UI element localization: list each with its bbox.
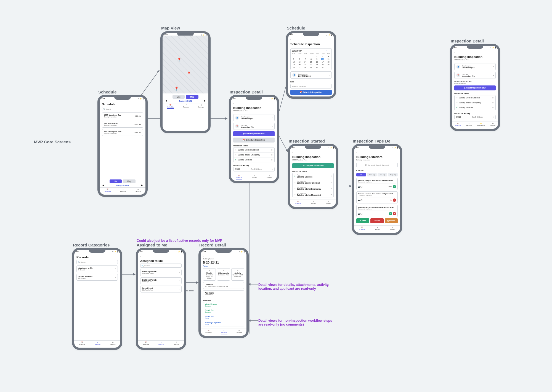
back-icon[interactable]: ‹ bbox=[203, 255, 244, 257]
applicant-card[interactable]: ApplicantJose Peralta bbox=[203, 290, 244, 297]
inspection-type-row[interactable]: ○ Building Exterior Electrical ⊕ bbox=[233, 147, 275, 152]
due-date-card[interactable]: 📅Due DateNovember 7th› bbox=[454, 72, 496, 79]
tab-schedule[interactable]: 📅Schedule bbox=[295, 201, 301, 205]
schedule-item[interactable]: 912 Kerrington AveBuilding Inspection 10… bbox=[102, 129, 143, 136]
tab-schedule[interactable]: 📅Schedule bbox=[167, 104, 174, 109]
tab-schedule[interactable]: 📅Schedule bbox=[455, 123, 461, 127]
note-input[interactable]: Notes for inspection bbox=[290, 84, 332, 88]
calendar[interactable]: July 2020 › ‹ › SUNMONTUEWEDTHUFRISAT 12… bbox=[290, 48, 332, 70]
record-item[interactable]: Building Permit1234 Main Street› bbox=[140, 269, 182, 276]
tab-records[interactable]: ✓Records bbox=[94, 342, 101, 346]
detail-tile[interactable]: ▭DetailsSubmitted 4/1/21 @ 3:05pm bbox=[203, 268, 216, 281]
back-icon[interactable]: ‹ bbox=[290, 38, 332, 41]
filter-button[interactable]: Skip (0) bbox=[388, 173, 398, 176]
pass-button[interactable]: ✓ Pass bbox=[356, 218, 369, 223]
tab-records[interactable]: ✓Records bbox=[466, 123, 472, 127]
history-row[interactable]: 8/9/20Geoff Bridges› bbox=[454, 115, 496, 119]
inspection-type-row[interactable]: ○ Building Interior Emergency ⊕ bbox=[454, 100, 496, 105]
month-nav[interactable]: ‹ › bbox=[326, 50, 330, 52]
tab-records[interactable]: ✓Records bbox=[158, 342, 165, 346]
checklist-item[interactable]: Adequate access and clearance around pan… bbox=[356, 205, 398, 217]
schedule-item[interactable]: 1553 Marathon AveBuilding Inspection 8:0… bbox=[102, 112, 143, 119]
tab-schedule[interactable]: 📅Schedule bbox=[79, 342, 85, 346]
record-item[interactable]: Building Permit552 Maple Ave› bbox=[140, 277, 182, 284]
tab-records[interactable]: ✓Records bbox=[221, 330, 227, 334]
fail-button[interactable]: ✕ Fail bbox=[370, 218, 383, 223]
inspection-type-row[interactable]: ● PassBuilding Exteriors › bbox=[292, 173, 334, 179]
due-date-card[interactable]: 📅 Due DateNovember 7th › bbox=[233, 123, 275, 130]
tab-schedule[interactable]: 📅Schedule bbox=[205, 330, 212, 334]
schedule-inspection-button[interactable]: 📅 Schedule Inspection bbox=[233, 138, 275, 143]
back-icon[interactable]: ‹ bbox=[454, 51, 496, 53]
inspection-type-row[interactable]: ○ Not InspectedBuilding Exterior Electri… bbox=[292, 179, 334, 185]
workflow-step[interactable]: Permit FeeComplete › bbox=[203, 308, 244, 314]
tab-records[interactable]: ✓Records bbox=[183, 104, 189, 109]
map-button[interactable]: Map bbox=[186, 95, 198, 99]
back-icon[interactable]: ‹ bbox=[233, 102, 275, 104]
tab-records[interactable]: ✓Records bbox=[375, 227, 380, 231]
map-pin-icon[interactable]: 📍 bbox=[187, 71, 191, 76]
tab-settings[interactable]: ⚙Settings bbox=[267, 175, 272, 179]
prev-day-icon[interactable]: ◀ bbox=[102, 184, 104, 186]
inspection-type-row[interactable]: ● Building Exteriors ⊕ bbox=[233, 157, 275, 162]
workflow-step[interactable]: Building InspectionActive › bbox=[203, 320, 244, 326]
complete-inspection-button[interactable]: ✓ Complete Inspection bbox=[292, 163, 334, 168]
checklist-item[interactable]: Exterior services lines secure and prote… bbox=[356, 178, 398, 190]
start-inspection-button[interactable]: ▶ Start Inspection Now bbox=[233, 131, 275, 136]
map-pin-icon[interactable]: 📍 bbox=[177, 58, 182, 62]
back-icon[interactable]: ‹ bbox=[356, 151, 398, 154]
tab-schedule[interactable]: 📅Schedule bbox=[104, 189, 111, 193]
map-canvas[interactable]: 📍 📍 📍 bbox=[160, 36, 211, 93]
start-inspection-button[interactable]: ▶ Start Inspection Now bbox=[454, 85, 496, 90]
schedule-item[interactable]: 532 Willow AveBuilding Inspection 10:00 … bbox=[102, 121, 143, 128]
schedule-button[interactable]: 📅 Schedule Inspection bbox=[290, 90, 332, 95]
record-category[interactable]: Active Records25 Records› bbox=[76, 274, 118, 281]
location-card[interactable]: Location55 Landsdown St, Cambridge, MA bbox=[203, 282, 244, 289]
tab-settings[interactable]: ⚙Settings bbox=[110, 342, 116, 346]
tab-schedule[interactable]: 📅Schedule bbox=[143, 342, 149, 346]
search-input[interactable]: 🔍 Search bbox=[140, 264, 182, 268]
list-button[interactable]: List bbox=[173, 95, 185, 99]
partial-button[interactable]: ◐ Partial bbox=[385, 218, 398, 223]
inspection-type-row[interactable]: ○ Not InspectedBuilding Interior Emergen… bbox=[292, 185, 334, 191]
assignee-card[interactable]: 👤 Step AssigneeGeoff Bridges › bbox=[233, 114, 275, 121]
back-icon[interactable]: ‹ bbox=[140, 255, 182, 257]
back-icon[interactable]: ‹ bbox=[292, 151, 334, 154]
current-date[interactable]: Today, 6/14/21 bbox=[116, 184, 129, 186]
tab-settings[interactable]: ⚙Settings bbox=[198, 104, 204, 109]
list-button[interactable]: List bbox=[110, 179, 122, 183]
filter-button[interactable]: Fail (1) bbox=[378, 173, 387, 176]
tab-settings[interactable]: ⚙Settings bbox=[237, 330, 242, 334]
map-button[interactable]: Map bbox=[123, 179, 136, 183]
inspection-type-row[interactable]: ● Building Exteriors ⊕ bbox=[454, 105, 496, 110]
search-input[interactable]: 🔍 Search bbox=[76, 260, 118, 264]
assignee-card[interactable]: 👤Step AssigneeGeoff Bridges› bbox=[454, 63, 496, 70]
tab-settings[interactable]: ⚙Settings bbox=[490, 123, 495, 127]
filter-button[interactable]: Pass (1) bbox=[367, 173, 376, 176]
detail-tile[interactable]: ▭ActivityUpdated 4/1/21 @ 4:05pm bbox=[231, 268, 244, 281]
add-comment-button[interactable]: 💬 Tap to Add Overall Comment bbox=[356, 163, 398, 167]
record-category[interactable]: Assigned to Me9 Records› bbox=[76, 265, 118, 272]
tab-settings[interactable]: ⚙Settings bbox=[390, 227, 395, 231]
assignee-card[interactable]: 👤 Step AssigneeGeoff Bridges › bbox=[290, 71, 332, 79]
tab-records[interactable]: ✓Records bbox=[311, 201, 316, 205]
search-input[interactable]: 🔍 Search bbox=[102, 107, 143, 111]
record-item[interactable]: Deck Permit551 Peralta Ave› bbox=[140, 286, 182, 292]
tab-settings[interactable]: ⚙Settings bbox=[326, 201, 331, 205]
next-day-icon[interactable]: ▶ bbox=[141, 184, 143, 186]
checklist-item[interactable]: Exterior services lines secure and prote… bbox=[356, 191, 398, 203]
tab-records[interactable]: ✓Records bbox=[120, 189, 126, 193]
tab-records[interactable]: ✓Records bbox=[252, 175, 257, 179]
tab-schedule[interactable]: 📅Schedule bbox=[359, 227, 365, 231]
tab-schedule[interactable]: 📅Schedule bbox=[236, 175, 242, 179]
tab-settings[interactable]: ⚙Settings bbox=[135, 189, 141, 193]
history-row[interactable]: 8/9/20Geoff Bridges› bbox=[233, 167, 275, 171]
detail-tile[interactable]: ▭Attachments2 Attached Files bbox=[217, 268, 230, 281]
map-pin-icon[interactable]: 📍 bbox=[174, 87, 179, 91]
tab-settings[interactable]: ⚙Settings bbox=[174, 342, 179, 346]
inspection-type-row[interactable]: ○ Building Exterior Electrical ⊕ bbox=[454, 95, 496, 100]
inspection-type-row[interactable]: ○ Not InspectedBuilding Interior Mechani… bbox=[292, 191, 334, 197]
filter-button[interactable]: All bbox=[356, 173, 366, 176]
workflow-step[interactable]: Intake ReviewComplete › bbox=[203, 302, 244, 308]
tab-notifications[interactable]: 🔔Notifications bbox=[477, 123, 485, 127]
